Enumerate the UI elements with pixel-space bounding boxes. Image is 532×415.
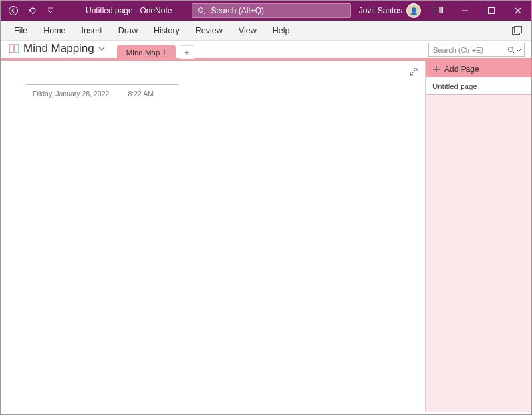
search-icon xyxy=(507,46,515,54)
menu-view[interactable]: View xyxy=(231,21,265,41)
global-search[interactable]: Search (Alt+Q) xyxy=(192,3,351,18)
account-button[interactable]: Jovit Santos 👤 xyxy=(359,3,421,18)
svg-rect-12 xyxy=(15,45,19,53)
chevron-down-icon xyxy=(516,46,521,54)
window-title: Untitled page - OneNote xyxy=(86,6,172,15)
ribbon-display-options-button[interactable] xyxy=(425,1,452,21)
add-page-button[interactable]: Add Page xyxy=(426,61,531,78)
add-section-button[interactable]: + xyxy=(180,45,194,59)
add-page-label: Add Page xyxy=(444,65,479,74)
ribbon-menu: File Home Insert Draw History Review Vie… xyxy=(1,21,531,41)
page-list-item[interactable]: Untitled page xyxy=(426,78,531,95)
close-button[interactable] xyxy=(505,1,531,21)
svg-rect-6 xyxy=(489,8,495,14)
page-pane: Add Page Untitled page xyxy=(425,61,531,412)
user-name: Jovit Santos xyxy=(359,6,402,15)
undo-button[interactable] xyxy=(23,2,41,19)
page-time: 8:22 AM xyxy=(128,90,154,98)
notebook-icon xyxy=(9,44,19,53)
main-area: Friday, January 28, 2022 8:22 AM Add Pag… xyxy=(1,61,531,412)
maximize-button[interactable] xyxy=(478,1,505,21)
menu-insert[interactable]: Insert xyxy=(74,21,110,41)
page-search-placeholder: Search (Ctrl+E) xyxy=(433,46,483,54)
menu-help[interactable]: Help xyxy=(265,21,298,41)
svg-point-1 xyxy=(199,8,203,13)
section-tab-active[interactable]: Mind Map 1 xyxy=(117,45,176,59)
menu-home[interactable]: Home xyxy=(35,21,73,41)
plus-icon: + xyxy=(184,48,189,57)
quick-access-toolbar xyxy=(1,2,59,19)
page-title-input[interactable] xyxy=(26,84,179,85)
menu-draw[interactable]: Draw xyxy=(110,21,146,41)
title-bar: Untitled page - OneNote Search (Alt+Q) J… xyxy=(1,1,531,21)
search-icon xyxy=(198,7,205,15)
back-button[interactable] xyxy=(5,2,22,19)
svg-rect-4 xyxy=(439,7,442,13)
svg-line-14 xyxy=(513,51,515,53)
fullscreen-button[interactable] xyxy=(409,67,418,76)
menu-file[interactable]: File xyxy=(6,21,35,41)
svg-point-0 xyxy=(9,7,18,15)
svg-rect-11 xyxy=(9,45,13,53)
svg-line-2 xyxy=(203,12,205,14)
section-bar: Mind Mapping Mind Map 1 + Search (Ctrl+E… xyxy=(1,41,531,61)
customize-qat-button[interactable] xyxy=(42,2,59,19)
menu-review[interactable]: Review xyxy=(188,21,231,41)
page-search-input[interactable]: Search (Ctrl+E) xyxy=(428,43,525,57)
notebook-name: Mind Mapping xyxy=(23,42,94,55)
open-new-window-button[interactable] xyxy=(507,21,526,40)
page-timestamp: Friday, January 28, 2022 8:22 AM xyxy=(33,90,154,98)
plus-icon xyxy=(432,65,440,73)
notebook-selector[interactable]: Mind Mapping xyxy=(7,41,110,58)
page-date: Friday, January 28, 2022 xyxy=(33,90,109,98)
svg-line-15 xyxy=(410,69,417,75)
global-search-placeholder: Search (Alt+Q) xyxy=(211,6,264,15)
chevron-down-icon xyxy=(98,45,105,52)
svg-point-13 xyxy=(509,47,513,51)
minimize-button[interactable] xyxy=(452,1,478,21)
note-canvas[interactable]: Friday, January 28, 2022 8:22 AM xyxy=(1,61,425,412)
svg-rect-10 xyxy=(514,27,521,33)
menu-history[interactable]: History xyxy=(146,21,188,41)
avatar: 👤 xyxy=(406,3,421,18)
